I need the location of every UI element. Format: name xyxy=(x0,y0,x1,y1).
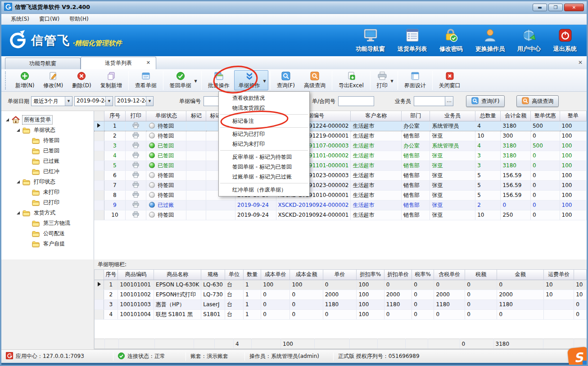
delivery-row-5[interactable]: 5已签回2019-11-01XSCKD-20191101-000001生活超市销… xyxy=(94,161,587,170)
chevron-down-icon[interactable]: ▼ xyxy=(194,79,197,83)
detail-row-4[interactable]: 4100101004联想 S1801 黑S1801台1000100000000 xyxy=(95,309,587,319)
sidebar-item-单据状态[interactable]: 单据状态 xyxy=(1,125,94,135)
menu-item-过账单据 - 标记为已过账[interactable]: 过账单据 - 标记为已过账 xyxy=(219,172,309,182)
sidebar-item-已签回[interactable]: 已签回 xyxy=(1,146,94,156)
tree-expander-icon[interactable] xyxy=(17,129,20,132)
detail-column-header-折扣单价[interactable]: 折扣单价 xyxy=(384,270,412,280)
detail-column-header-商品名称[interactable]: 商品名称 xyxy=(154,270,201,280)
salesman-picker-button[interactable]: … xyxy=(445,96,453,106)
detail-column-header-成本金额[interactable]: 成本金额 xyxy=(290,270,323,280)
toolbar-button-关闭窗口[interactable]: 关闭窗口 xyxy=(434,70,465,90)
main-column-header-客户名称[interactable]: 客户名称 xyxy=(351,111,402,121)
chevron-down-icon[interactable]: ▼ xyxy=(105,97,113,106)
menu-item-标记备注[interactable]: 标记备注 xyxy=(219,116,309,126)
toolbar-button-新增(N)[interactable]: 新增(N) xyxy=(11,70,39,90)
sidebar-item-已打印[interactable]: 已打印 xyxy=(1,197,94,208)
detail-column-header-运费单价[interactable]: 运费单价 xyxy=(544,270,574,280)
menu-item-物流发货跟踪[interactable]: 物流发货跟踪 xyxy=(219,103,309,113)
delivery-row-4[interactable]: 4已签回2019-11-01XSCKD-20191101-000002生活超市销… xyxy=(94,151,587,161)
tree-expander-icon[interactable] xyxy=(6,118,9,121)
sidebar-item-待签回[interactable]: 待签回 xyxy=(1,135,94,146)
main-column-header-打印[interactable]: 打印 xyxy=(126,111,146,121)
main-column-header-标记[interactable]: 标记 xyxy=(186,111,206,121)
detail-column-header-金额[interactable]: 金额 xyxy=(497,270,544,280)
menu-item-反审单据 - 标记为待签回[interactable]: 反审单据 - 标记为待签回 xyxy=(219,152,309,162)
detail-column-header-单价[interactable]: 单价 xyxy=(323,270,357,280)
banner-button-更换操作员[interactable]: 更换操作员 xyxy=(475,28,505,53)
chevron-down-icon[interactable]: ▼ xyxy=(65,97,72,106)
detail-column-header-税率%[interactable]: 税率% xyxy=(412,270,434,280)
main-column-header-部门[interactable]: 部门 xyxy=(401,111,430,121)
detail-column-header-数量[interactable]: 数量 xyxy=(244,270,261,280)
detail-column-header-成本单价[interactable]: 成本单价 xyxy=(261,270,290,280)
detail-row-2[interactable]: 2100101002EPSON针式打印LQ-730台10020001002000… xyxy=(95,290,587,299)
advanced-query-button[interactable]: 高级查询 xyxy=(516,95,559,107)
contract-input[interactable] xyxy=(338,96,374,106)
menubar-item-1[interactable]: 窗口(W) xyxy=(34,14,64,24)
delivery-row-2[interactable]: 2待签回2019-12-19XSCKD-20191219-000001生活超市销… xyxy=(94,131,587,141)
sidebar-item-公司配送[interactable]: 公司配送 xyxy=(1,228,94,239)
toolbar-button-复制新增[interactable]: 复制新增 xyxy=(96,70,127,90)
sidebar-item-已红冲[interactable]: 已红冲 xyxy=(1,166,94,177)
main-column-header-整单优惠[interactable]: 整单优惠 xyxy=(530,111,560,121)
date-to-select[interactable]: 2019-12-24▼ xyxy=(115,96,154,106)
main-column-header-业务员[interactable]: 业务员 xyxy=(430,111,475,121)
banner-button-功能导航窗[interactable]: 功能导航窗 xyxy=(356,28,385,53)
toolbar-button-高级查询[interactable]: 高级查询 xyxy=(299,70,330,90)
menubar-item-0[interactable]: 系统(S) xyxy=(6,14,34,24)
banner-button-退出系统[interactable]: 退出系统 xyxy=(553,28,577,53)
menu-item-标记为未打印[interactable]: 标记为未打印 xyxy=(219,139,309,149)
sidebar-item-所有送货单[interactable]: 所有送货单 xyxy=(1,115,94,125)
sidebar-item-未打印[interactable]: 未打印 xyxy=(1,187,94,197)
sidebar-item-打印状态[interactable]: 打印状态 xyxy=(1,177,94,187)
delivery-row-9[interactable]: 9已过账2019-09-24XSCKD-20190924-000002生活超市销… xyxy=(94,200,587,210)
detail-column-header-含税单价[interactable]: 含税单价 xyxy=(434,270,465,280)
toolbar-button-批量操作[interactable]: 批量操作 xyxy=(204,70,234,90)
maximize-button[interactable]: ❐ xyxy=(548,4,563,11)
tree-expander-icon[interactable] xyxy=(17,180,20,183)
delivery-row-10[interactable]: 10待签回2019-09-24XSCKD-20190924-000001生活超市… xyxy=(94,210,587,220)
menu-item-签回单据 - 标记为已签回[interactable]: 签回单据 - 标记为已签回 xyxy=(219,162,309,172)
main-column-header-总数量[interactable]: 总数量 xyxy=(475,111,501,121)
menu-item-查看收款情况[interactable]: 查看收款情况 xyxy=(219,93,309,103)
tabstrip-close-icon[interactable]: ✕ xyxy=(578,59,583,66)
toolbar-button-查询(F)[interactable]: 查询(F) xyxy=(272,70,299,90)
toolbar-button-界面设计[interactable]: 界面设计 xyxy=(400,70,430,90)
menubar-item-2[interactable]: 帮助(H) xyxy=(64,14,93,24)
detail-column-header-col0[interactable] xyxy=(95,270,104,280)
tab-close-icon[interactable]: ✕ xyxy=(146,60,150,66)
toolbar-button-单据操作[interactable]: 单据操作▼ xyxy=(234,70,268,90)
banner-button-修改密码[interactable]: 修改密码 xyxy=(439,28,463,53)
delivery-row-6[interactable]: 6待签回2019-10-23XSCKD-20191023-000003生活超市销… xyxy=(94,170,587,180)
chevron-down-icon[interactable]: ▼ xyxy=(263,79,266,83)
delivery-row-1[interactable]: 1待签回2019-12-24XSCKD-20191224-000002生活超市办… xyxy=(94,121,587,131)
sidebar-item-发货方式[interactable]: 发货方式 xyxy=(1,208,94,218)
tree-expander-icon[interactable] xyxy=(17,211,20,214)
minimize-button[interactable]: ▬ xyxy=(533,4,547,11)
menu-item-红冲单据（作废单据）[interactable]: 红冲单据（作废单据） xyxy=(219,185,309,195)
detail-column-header-规格[interactable]: 规格 xyxy=(201,270,225,280)
detail-row-1[interactable]: 1100101001EPSON LQ-630KLQ-630台1100100010… xyxy=(95,280,587,290)
main-column-header-单据状态[interactable]: 单据状态 xyxy=(146,111,186,121)
delivery-row-3[interactable]: 3已签回2019-11-07XSCKD-20191107-000003生活超市办… xyxy=(94,141,587,151)
salesman-input[interactable] xyxy=(414,96,445,106)
close-button[interactable]: ✕ xyxy=(564,4,584,11)
detail-column-header-序号[interactable]: 序号 xyxy=(104,270,118,280)
main-column-header-合计金额[interactable]: 合计金额 xyxy=(501,111,530,121)
toolbar-button-打印[interactable]: 打印▼ xyxy=(372,70,396,90)
banner-button-用户中心[interactable]: 用户中心 xyxy=(517,28,541,53)
banner-button-送货单列表[interactable]: 送货单列表 xyxy=(398,28,427,53)
toolbar-button-签回单据[interactable]: 签回单据▼ xyxy=(165,70,199,90)
main-column-header-序号[interactable]: 序号 xyxy=(104,111,126,121)
main-column-header-indicator[interactable] xyxy=(94,111,104,121)
delivery-row-8[interactable]: 8待签回2019-10-10XSCKD-20191010-000001生活超市销… xyxy=(94,190,587,200)
toolbar-button-删除(D)[interactable]: 删除(D) xyxy=(68,70,96,90)
chevron-down-icon[interactable]: ▼ xyxy=(146,97,153,106)
sidebar-item-客户自提[interactable]: 客户自提 xyxy=(1,239,94,249)
chevron-down-icon[interactable]: ▼ xyxy=(391,79,394,83)
date-from-select[interactable]: 2019-09-24▼ xyxy=(74,96,113,106)
detail-column-header-税额[interactable]: 税额 xyxy=(465,270,497,280)
detail-column-header-col17[interactable] xyxy=(574,270,587,280)
sidebar-item-已过账[interactable]: 已过账 xyxy=(1,156,94,166)
detail-column-header-折扣率%[interactable]: 折扣率% xyxy=(357,270,384,280)
